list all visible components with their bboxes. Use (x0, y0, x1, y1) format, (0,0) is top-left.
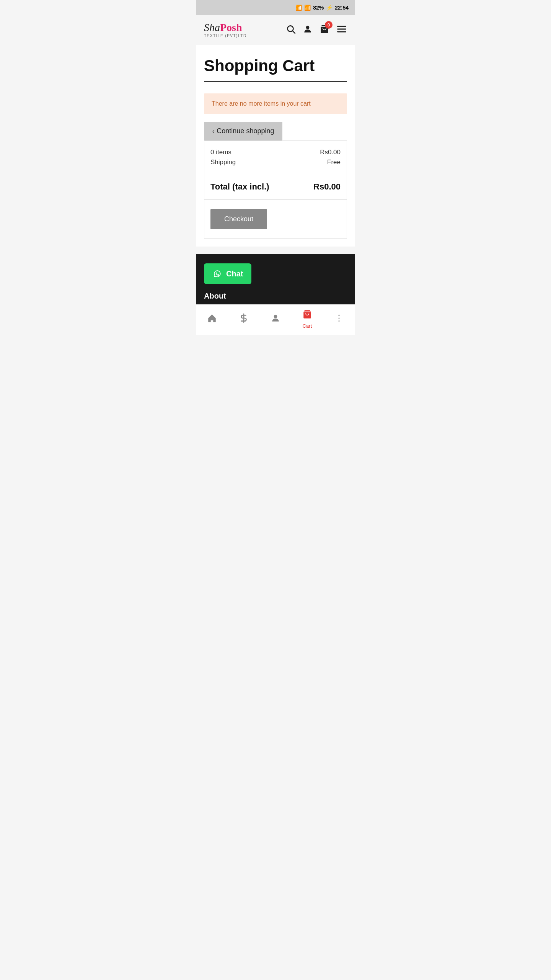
chevron-left-icon: ‹ (212, 128, 214, 135)
main-content: Shopping Cart There are no more items in… (196, 45, 355, 247)
items-value: Rs0.00 (320, 149, 341, 156)
logo-sha: Sha (204, 21, 220, 33)
alert-message: There are no more items in your cart (212, 100, 311, 107)
cart-badge: 0 (325, 21, 333, 29)
continue-shopping-button[interactable]: ‹ Continue shopping (204, 122, 282, 140)
signal-icon: 📶 (304, 5, 311, 11)
logo-posh: Posh (220, 21, 242, 33)
svg-point-7 (212, 269, 222, 279)
svg-line-1 (293, 31, 295, 33)
logo-subtitle: TEXTILE (PVT)LTD (204, 34, 247, 38)
chat-button[interactable]: Chat (204, 263, 251, 284)
footer-about-label: About (204, 292, 347, 301)
cart-nav-label: Cart (303, 323, 312, 329)
nav-price[interactable] (232, 313, 255, 325)
home-icon (207, 313, 217, 325)
nav-more[interactable] (328, 313, 350, 325)
cart-total-section: Total (tax incl.) Rs0.00 (204, 174, 347, 200)
chat-label: Chat (226, 270, 243, 278)
items-row: 0 items Rs0.00 (210, 149, 341, 156)
total-label: Total (tax incl.) (210, 182, 269, 192)
user-icon (271, 313, 280, 325)
page-title: Shopping Cart (204, 57, 347, 75)
svg-point-9 (274, 315, 277, 318)
footer: Chat About (196, 254, 355, 304)
header-icons: 0 (286, 24, 347, 37)
svg-point-11 (338, 314, 339, 315)
account-icon[interactable] (303, 24, 313, 36)
shipping-value: Free (327, 158, 341, 166)
more-icon (334, 313, 344, 325)
battery-level: 82% (313, 5, 324, 11)
empty-cart-alert: There are no more items in your cart (204, 93, 347, 114)
price-icon (239, 313, 249, 325)
nav-account[interactable] (264, 313, 287, 325)
title-divider (204, 81, 347, 82)
checkout-button[interactable]: Checkout (210, 209, 267, 229)
shipping-row: Shipping Free (210, 158, 341, 166)
cart-summary: 0 items Rs0.00 Shipping Free Total (tax … (204, 140, 347, 239)
total-value: Rs0.00 (313, 182, 341, 192)
shipping-label: Shipping (210, 158, 236, 166)
items-label: 0 items (210, 149, 231, 156)
logo[interactable]: ShaPosh TEXTILE (PVT)LTD (204, 22, 247, 38)
whatsapp-icon (212, 269, 222, 279)
svg-point-12 (338, 317, 339, 318)
menu-icon[interactable] (336, 24, 347, 37)
bottom-nav: Cart (196, 304, 355, 335)
cart-items-section: 0 items Rs0.00 Shipping Free (204, 141, 347, 174)
continue-shopping-label: Continue shopping (217, 127, 274, 135)
cart-nav-icon (302, 309, 312, 322)
cart-icon[interactable]: 0 (320, 24, 329, 36)
search-icon[interactable] (286, 24, 296, 36)
wifi-icon: 📶 (295, 5, 302, 11)
svg-point-13 (338, 320, 339, 321)
nav-home[interactable] (201, 313, 223, 325)
time: 22:54 (335, 5, 349, 11)
checkout-section: Checkout (204, 200, 347, 238)
svg-point-2 (306, 26, 310, 29)
checkout-label: Checkout (224, 215, 253, 223)
nav-cart[interactable]: Cart (296, 309, 319, 329)
battery-icon: ⚡ (326, 5, 333, 11)
header: ShaPosh TEXTILE (PVT)LTD 0 (196, 15, 355, 45)
status-bar: 📶 📶 82% ⚡ 22:54 (196, 0, 355, 15)
